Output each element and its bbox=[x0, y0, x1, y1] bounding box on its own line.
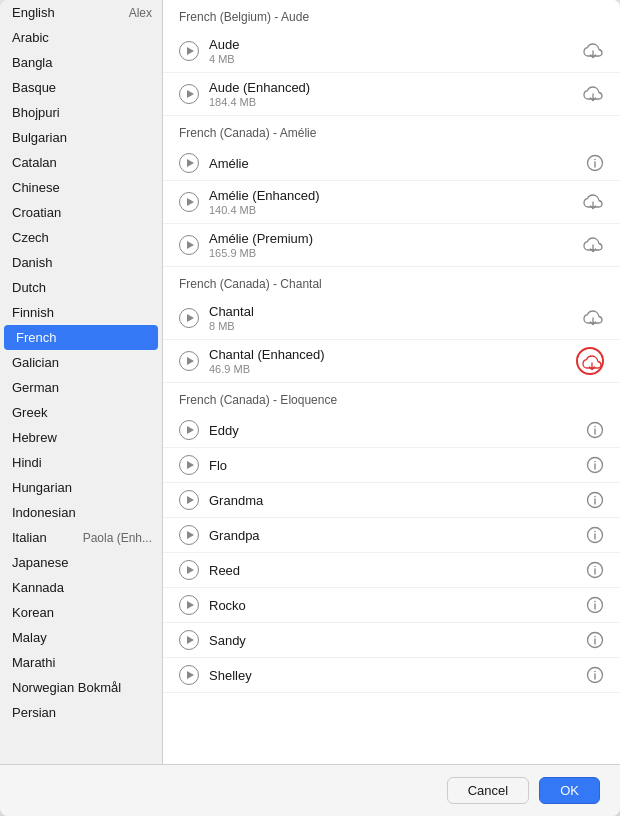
voice-size-amelie-enhanced: 140.4 MB bbox=[209, 204, 582, 216]
download-button-amelie-enhanced[interactable] bbox=[582, 193, 604, 211]
sidebar-item-italian[interactable]: ItalianPaola (Enh... bbox=[0, 525, 162, 550]
info-button-grandma[interactable] bbox=[586, 491, 604, 509]
voice-name-sandy: Sandy bbox=[209, 633, 586, 648]
download-button-chantal[interactable] bbox=[582, 309, 604, 327]
sidebar-lang-name: French bbox=[16, 330, 56, 345]
download-button-amelie-premium[interactable] bbox=[582, 236, 604, 254]
play-button-sandy[interactable] bbox=[179, 630, 199, 650]
svg-point-20 bbox=[594, 531, 596, 533]
play-button-aude[interactable] bbox=[179, 41, 199, 61]
sidebar-item-norwegian[interactable]: Norwegian Bokmål bbox=[0, 675, 162, 700]
voice-row-flo: Flo bbox=[163, 448, 620, 483]
sidebar-item-persian[interactable]: Persian bbox=[0, 700, 162, 725]
download-button-aude-enhanced[interactable] bbox=[582, 85, 604, 103]
sidebar-lang-name: English bbox=[12, 5, 55, 20]
play-button-aude-enhanced[interactable] bbox=[179, 84, 199, 104]
sidebar-item-german[interactable]: German bbox=[0, 375, 162, 400]
sidebar-item-malay[interactable]: Malay bbox=[0, 625, 162, 650]
play-button-eddy[interactable] bbox=[179, 420, 199, 440]
voice-size-aude: 4 MB bbox=[209, 53, 582, 65]
sidebar-item-arabic[interactable]: Arabic bbox=[0, 25, 162, 50]
sidebar-item-kannada[interactable]: Kannada bbox=[0, 575, 162, 600]
sidebar-item-basque[interactable]: Basque bbox=[0, 75, 162, 100]
svg-point-14 bbox=[594, 461, 596, 463]
voice-name-aude: Aude bbox=[209, 37, 582, 52]
sidebar-lang-name: Catalan bbox=[12, 155, 57, 170]
sidebar-lang-name: Arabic bbox=[12, 30, 49, 45]
sidebar-lang-name: Czech bbox=[12, 230, 49, 245]
sidebar-item-korean[interactable]: Korean bbox=[0, 600, 162, 625]
sidebar-item-danish[interactable]: Danish bbox=[0, 250, 162, 275]
svg-point-17 bbox=[594, 496, 596, 498]
play-button-grandma[interactable] bbox=[179, 490, 199, 510]
sidebar-item-hungarian[interactable]: Hungarian bbox=[0, 475, 162, 500]
svg-point-32 bbox=[594, 671, 596, 673]
voice-info-rocko: Rocko bbox=[209, 598, 586, 613]
info-button-shelley[interactable] bbox=[586, 666, 604, 684]
sidebar-lang-name: Korean bbox=[12, 605, 54, 620]
sidebar-item-french[interactable]: French bbox=[4, 325, 158, 350]
section-header-french-canada-chantal: French (Canada) - Chantal bbox=[163, 267, 620, 297]
sidebar-lang-name: Danish bbox=[12, 255, 52, 270]
play-button-shelley[interactable] bbox=[179, 665, 199, 685]
sidebar-lang-name: German bbox=[12, 380, 59, 395]
voice-row-grandma: Grandma bbox=[163, 483, 620, 518]
svg-point-23 bbox=[594, 566, 596, 568]
info-button-eddy[interactable] bbox=[586, 421, 604, 439]
content-area: EnglishAlexArabicBanglaBasqueBhojpuriBul… bbox=[0, 0, 620, 764]
footer: Cancel OK bbox=[0, 764, 620, 816]
sidebar-item-japanese[interactable]: Japanese bbox=[0, 550, 162, 575]
play-button-amelie-enhanced[interactable] bbox=[179, 192, 199, 212]
play-button-amelie[interactable] bbox=[179, 153, 199, 173]
info-button-flo[interactable] bbox=[586, 456, 604, 474]
play-button-rocko[interactable] bbox=[179, 595, 199, 615]
voice-name-grandma: Grandma bbox=[209, 493, 586, 508]
voice-row-chantal-enhanced: Chantal (Enhanced)46.9 MB bbox=[163, 340, 620, 383]
ok-button[interactable]: OK bbox=[539, 777, 600, 804]
sidebar-item-galician[interactable]: Galician bbox=[0, 350, 162, 375]
sidebar-lang-name: Bulgarian bbox=[12, 130, 67, 145]
sidebar-item-croatian[interactable]: Croatian bbox=[0, 200, 162, 225]
info-button-sandy[interactable] bbox=[586, 631, 604, 649]
sidebar-item-bangla[interactable]: Bangla bbox=[0, 50, 162, 75]
voice-row-sandy: Sandy bbox=[163, 623, 620, 658]
sidebar-item-finnish[interactable]: Finnish bbox=[0, 300, 162, 325]
sidebar-item-bulgarian[interactable]: Bulgarian bbox=[0, 125, 162, 150]
download-circled-button-chantal-enhanced[interactable] bbox=[576, 347, 604, 375]
sidebar-item-chinese[interactable]: Chinese bbox=[0, 175, 162, 200]
sidebar-item-english[interactable]: EnglishAlex bbox=[0, 0, 162, 25]
sidebar-item-hindi[interactable]: Hindi bbox=[0, 450, 162, 475]
sidebar-lang-sub: Paola (Enh... bbox=[83, 531, 152, 545]
voice-name-rocko: Rocko bbox=[209, 598, 586, 613]
play-button-amelie-premium[interactable] bbox=[179, 235, 199, 255]
sidebar-item-czech[interactable]: Czech bbox=[0, 225, 162, 250]
play-button-chantal-enhanced[interactable] bbox=[179, 351, 199, 371]
play-button-chantal[interactable] bbox=[179, 308, 199, 328]
sidebar-item-hebrew[interactable]: Hebrew bbox=[0, 425, 162, 450]
sidebar-item-greek[interactable]: Greek bbox=[0, 400, 162, 425]
cancel-button[interactable]: Cancel bbox=[447, 777, 529, 804]
sidebar-lang-name: Finnish bbox=[12, 305, 54, 320]
voice-info-sandy: Sandy bbox=[209, 633, 586, 648]
sidebar-item-indonesian[interactable]: Indonesian bbox=[0, 500, 162, 525]
sidebar-item-bhojpuri[interactable]: Bhojpuri bbox=[0, 100, 162, 125]
voice-name-amelie-premium: Amélie (Premium) bbox=[209, 231, 582, 246]
sidebar-lang-name: Greek bbox=[12, 405, 47, 420]
info-button-grandpa[interactable] bbox=[586, 526, 604, 544]
sidebar-item-catalan[interactable]: Catalan bbox=[0, 150, 162, 175]
voice-info-amelie: Amélie bbox=[209, 156, 586, 171]
voice-info-eddy: Eddy bbox=[209, 423, 586, 438]
play-button-reed[interactable] bbox=[179, 560, 199, 580]
svg-point-4 bbox=[594, 159, 596, 161]
info-button-rocko[interactable] bbox=[586, 596, 604, 614]
play-button-flo[interactable] bbox=[179, 455, 199, 475]
download-button-aude[interactable] bbox=[582, 42, 604, 60]
sidebar: EnglishAlexArabicBanglaBasqueBhojpuriBul… bbox=[0, 0, 163, 764]
sidebar-lang-name: Japanese bbox=[12, 555, 68, 570]
info-button-amelie[interactable] bbox=[586, 154, 604, 172]
play-button-grandpa[interactable] bbox=[179, 525, 199, 545]
sidebar-item-dutch[interactable]: Dutch bbox=[0, 275, 162, 300]
info-button-reed[interactable] bbox=[586, 561, 604, 579]
sidebar-item-marathi[interactable]: Marathi bbox=[0, 650, 162, 675]
svg-point-29 bbox=[594, 636, 596, 638]
